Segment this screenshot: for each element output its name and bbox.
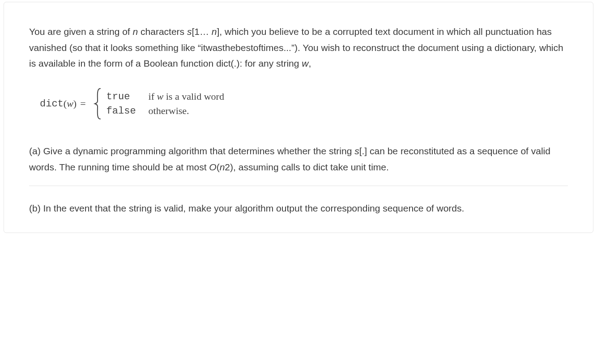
lhs-variable-w: w (67, 98, 73, 110)
text-segment: if (149, 91, 157, 102)
dict-function-definition: dict(w)= true if w is a valid word false… (40, 88, 568, 120)
case-true-key: true (107, 91, 136, 102)
italic-segment: n (212, 26, 217, 37)
lhs-paren-open: ( (64, 98, 67, 110)
text-segment: (b) In the event that the string is vali… (29, 203, 464, 213)
text-segment: (a) Give a dynamic programming algorithm… (29, 146, 354, 156)
italic-segment: w (302, 58, 308, 68)
text-segment: You are given a string of (29, 26, 133, 37)
case-true-desc: if w is a valid word (149, 91, 224, 102)
italic-segment: s (354, 146, 359, 156)
formula-cases: true if w is a valid word false otherwis… (107, 91, 224, 117)
formula-lhs: dict(w)= (40, 98, 89, 110)
part-a-text: (a) Give a dynamic programming algorithm… (29, 143, 568, 175)
text-segment: , (308, 58, 311, 68)
text-segment: otherwise. (149, 105, 189, 116)
italic-segment: n (133, 26, 141, 37)
text-segment: is a valid word (163, 91, 224, 102)
case-false-desc: otherwise. (149, 105, 224, 117)
text-segment: characters (141, 26, 187, 37)
text-segment: [1… (192, 26, 211, 37)
italic-segment: w (157, 91, 164, 102)
text-segment: ( (217, 162, 220, 172)
lhs-function-name: dict (40, 98, 64, 110)
case-false-key: false (107, 106, 136, 117)
question-card: You are given a string of n characters s… (4, 2, 593, 233)
italic-segment: s (187, 26, 192, 37)
intro-paragraph: You are given a string of n characters s… (29, 24, 568, 72)
italic-segment: n (220, 162, 225, 172)
section-divider (29, 186, 568, 186)
part-b-text: (b) In the event that the string is vali… (29, 200, 568, 216)
left-brace-icon (93, 88, 103, 120)
lhs-paren-close: ) (73, 98, 77, 110)
page-container: You are given a string of n characters s… (0, 0, 597, 364)
lhs-equals: = (80, 98, 85, 110)
italic-segment: O (209, 162, 216, 172)
text-segment: 2), assuming calls to dict take unit tim… (225, 162, 389, 172)
